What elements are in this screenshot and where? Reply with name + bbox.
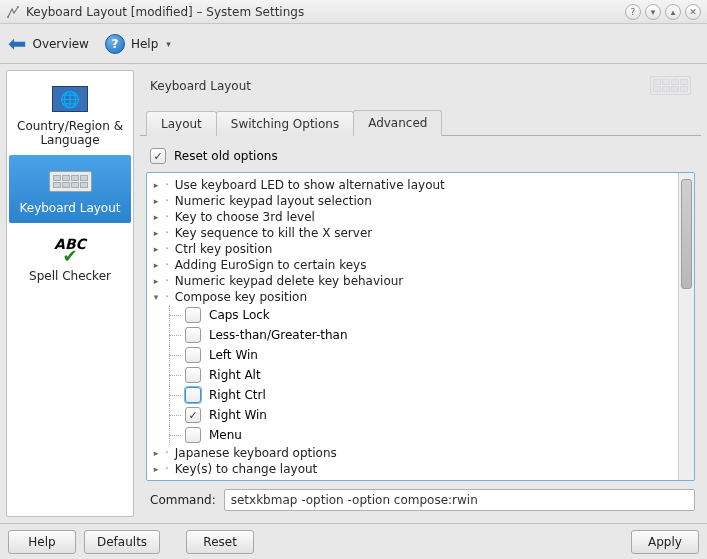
collapse-caret-icon: ▾ xyxy=(151,292,161,302)
sidebar-item-country-region[interactable]: 🌐 Country/Region & Language xyxy=(9,73,131,155)
page-title: Keyboard Layout xyxy=(150,79,251,93)
app-icon xyxy=(6,5,20,19)
option-checkbox[interactable] xyxy=(185,387,201,403)
option-checkbox[interactable] xyxy=(185,367,201,383)
tree-node[interactable]: ▸·Use keyboard LED to show alternative l… xyxy=(149,177,676,193)
main-panel: Keyboard Layout Layout Switching Options… xyxy=(140,70,701,517)
expand-caret-icon: ▸ xyxy=(151,260,161,270)
tree-node-compose[interactable]: ▾·Compose key position xyxy=(149,289,676,305)
tab-bar: Layout Switching Options Advanced xyxy=(140,109,701,136)
tree-child-option[interactable]: Right Win xyxy=(149,405,676,425)
sidebar-item-spell-checker[interactable]: ABC✔ Spell Checker xyxy=(9,223,131,291)
overview-label: Overview xyxy=(32,37,89,51)
option-label: Right Alt xyxy=(209,368,261,382)
tree-node[interactable]: ▸·Key to choose 3rd level xyxy=(149,209,676,225)
tree-child-option[interactable]: Right Alt xyxy=(149,365,676,385)
tree-node[interactable]: ▸·Numeric keypad delete key behaviour xyxy=(149,273,676,289)
chevron-down-icon: ▾ xyxy=(166,39,171,49)
scrollbar-thumb[interactable] xyxy=(681,179,692,289)
option-label: Caps Lock xyxy=(209,308,270,322)
help-button[interactable]: Help xyxy=(8,530,76,554)
tree-child-option[interactable]: Less-than/Greater-than xyxy=(149,325,676,345)
tree-node[interactable]: ▸·Numeric keypad layout selection xyxy=(149,193,676,209)
svg-point-0 xyxy=(7,16,9,18)
expand-caret-icon: ▸ xyxy=(151,464,161,474)
keyboard-icon xyxy=(50,165,90,197)
tree-node[interactable]: ▸·Key sequence to kill the X server xyxy=(149,225,676,241)
back-arrow-icon: ⬅ xyxy=(8,33,26,55)
tree-node-label: Compose key position xyxy=(175,290,307,304)
expand-caret-icon: ▸ xyxy=(151,212,161,222)
window-help-button[interactable]: ? xyxy=(625,4,641,20)
help-menu[interactable]: ? Help ▾ xyxy=(105,34,171,54)
sidebar: 🌐 Country/Region & Language Keyboard Lay… xyxy=(6,70,134,517)
reset-button[interactable]: Reset xyxy=(186,530,254,554)
window-close-button[interactable]: ✕ xyxy=(685,4,701,20)
reset-old-options-label: Reset old options xyxy=(174,149,278,163)
option-label: Right Ctrl xyxy=(209,388,266,402)
tree-node-label: Key sequence to kill the X server xyxy=(175,226,372,240)
option-checkbox[interactable] xyxy=(185,347,201,363)
apply-button[interactable]: Apply xyxy=(631,530,699,554)
expand-caret-icon: ▸ xyxy=(151,180,161,190)
expand-caret-icon: ▸ xyxy=(151,448,161,458)
tree-node-label: Key(s) to change layout xyxy=(175,462,317,476)
tree-node[interactable]: ▸·Ctrl key position xyxy=(149,241,676,257)
window-title: Keyboard Layout [modified] – System Sett… xyxy=(26,5,619,19)
help-label: Help xyxy=(131,37,158,51)
tree-node-label: Ctrl key position xyxy=(175,242,273,256)
option-label: Left Win xyxy=(209,348,258,362)
tab-advanced[interactable]: Advanced xyxy=(353,110,442,136)
tree-node[interactable]: ▸·Adding EuroSign to certain keys xyxy=(149,257,676,273)
option-label: Right Win xyxy=(209,408,267,422)
defaults-button[interactable]: Defaults xyxy=(84,530,160,554)
tree-node-label: Use keyboard LED to show alternative lay… xyxy=(175,178,445,192)
window-minimize-button[interactable]: ▾ xyxy=(645,4,661,20)
overview-button[interactable]: ⬅ Overview xyxy=(8,33,89,55)
tree-node-label: Numeric keypad delete key behaviour xyxy=(175,274,403,288)
spell-check-icon: ABC✔ xyxy=(50,233,90,265)
sidebar-item-label: Country/Region & Language xyxy=(13,119,127,147)
tab-layout[interactable]: Layout xyxy=(146,111,217,136)
option-checkbox[interactable] xyxy=(185,407,201,423)
window-buttons: ? ▾ ▴ ✕ xyxy=(625,4,701,20)
help-icon: ? xyxy=(105,34,125,54)
tab-content-advanced: Reset old options ▸·Use keyboard LED to … xyxy=(140,140,701,517)
tree-child-option[interactable]: Caps Lock xyxy=(149,305,676,325)
tree-node-label: Key to choose 3rd level xyxy=(175,210,315,224)
options-tree[interactable]: ▸·Use keyboard LED to show alternative l… xyxy=(147,173,678,480)
option-label: Menu xyxy=(209,428,242,442)
footer: Help Defaults Reset Apply xyxy=(0,523,707,559)
command-input[interactable] xyxy=(224,489,695,511)
tree-scrollbar[interactable] xyxy=(678,173,694,480)
tree-node-label: Numeric keypad layout selection xyxy=(175,194,372,208)
tree-child-option[interactable]: Left Win xyxy=(149,345,676,365)
tree-node-label: Adding EuroSign to certain keys xyxy=(175,258,367,272)
option-checkbox[interactable] xyxy=(185,307,201,323)
sidebar-item-keyboard-layout[interactable]: Keyboard Layout xyxy=(9,155,131,223)
tree-node[interactable]: ▸·Japanese keyboard options xyxy=(149,445,676,461)
tab-switching-options[interactable]: Switching Options xyxy=(216,111,354,136)
option-checkbox[interactable] xyxy=(185,327,201,343)
expand-caret-icon: ▸ xyxy=(151,228,161,238)
expand-caret-icon: ▸ xyxy=(151,196,161,206)
toolbar: ⬅ Overview ? Help ▾ xyxy=(0,24,707,64)
tree-child-option[interactable]: Menu xyxy=(149,425,676,445)
expand-caret-icon: ▸ xyxy=(151,244,161,254)
window-maximize-button[interactable]: ▴ xyxy=(665,4,681,20)
keyboard-faded-icon xyxy=(650,76,691,95)
sidebar-item-label: Keyboard Layout xyxy=(19,201,120,215)
option-label: Less-than/Greater-than xyxy=(209,328,348,342)
titlebar: Keyboard Layout [modified] – System Sett… xyxy=(0,0,707,24)
tree-node-label: Japanese keyboard options xyxy=(175,446,337,460)
tree-node[interactable]: ▸·Key(s) to change layout xyxy=(149,461,676,477)
globe-flag-icon: 🌐 xyxy=(50,83,90,115)
svg-point-1 xyxy=(17,6,19,8)
reset-old-options-checkbox[interactable] xyxy=(150,148,166,164)
option-checkbox[interactable] xyxy=(185,427,201,443)
reset-old-options-row[interactable]: Reset old options xyxy=(146,146,695,166)
tree-child-option[interactable]: Right Ctrl xyxy=(149,385,676,405)
expand-caret-icon: ▸ xyxy=(151,276,161,286)
command-label: Command: xyxy=(150,493,216,507)
sidebar-item-label: Spell Checker xyxy=(29,269,111,283)
